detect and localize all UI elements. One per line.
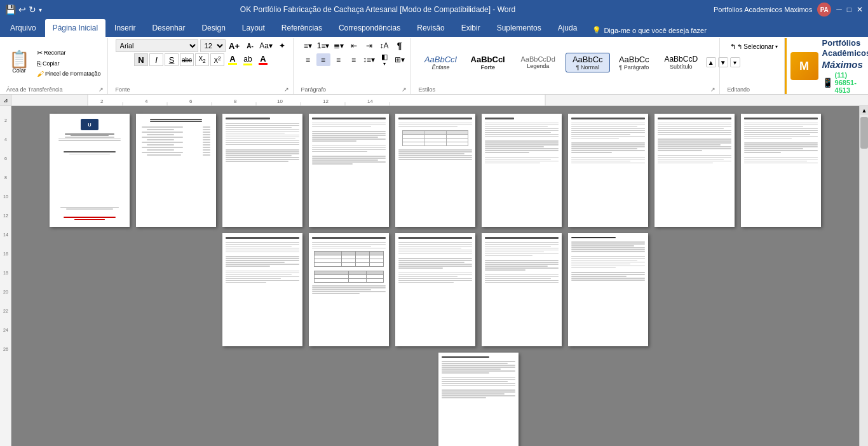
increase-font-btn[interactable]: A+ xyxy=(227,39,241,52)
format-painter-button[interactable]: 🖌 Pincel de Formatação xyxy=(34,69,104,78)
ruler-corner[interactable]: ⊿ xyxy=(0,95,11,105)
align-center-btn[interactable]: ≡ xyxy=(316,53,330,66)
page-14-partial[interactable] xyxy=(568,233,648,346)
tab-layout[interactable]: Layout xyxy=(234,19,273,37)
restore-btn[interactable]: □ xyxy=(847,5,851,14)
subscript-button[interactable]: X2 xyxy=(195,53,209,66)
brand-phone: (11) 96851-4513 xyxy=(835,71,868,94)
select-icon: ↰ xyxy=(730,43,736,51)
align-left-btn[interactable]: ≡ xyxy=(301,53,315,66)
user-avatar[interactable]: PA xyxy=(817,3,831,17)
svg-text:2: 2 xyxy=(4,118,7,123)
sort-btn[interactable]: ↕A xyxy=(377,39,391,52)
scroll-thumb[interactable] xyxy=(860,117,868,149)
cut-button[interactable]: ✂ Recortar xyxy=(34,48,104,58)
tab-arquivo[interactable]: Arquivo xyxy=(3,19,44,37)
underline-button[interactable]: S xyxy=(165,53,179,66)
decrease-font-btn[interactable]: A- xyxy=(243,39,257,52)
close-btn[interactable]: ✕ xyxy=(857,5,863,14)
clipboard-expand-icon[interactable]: ↗ xyxy=(98,86,104,93)
bullets-btn[interactable]: ≡▾ xyxy=(301,39,315,52)
style-forte[interactable]: AaBbCcI Forte xyxy=(465,53,511,72)
show-hide-btn[interactable]: ¶ xyxy=(393,39,407,52)
svg-text:2: 2 xyxy=(100,98,104,104)
svg-text:4: 4 xyxy=(4,137,7,142)
tab-design[interactable]: Design xyxy=(194,19,233,37)
justify-btn[interactable]: ≡ xyxy=(347,53,361,66)
tab-referencias[interactable]: Referências xyxy=(274,19,330,37)
page-11[interactable] xyxy=(309,233,389,346)
page-8[interactable] xyxy=(654,114,735,227)
title-left: 💾 ↩ ↻ ▾ xyxy=(5,4,42,15)
select-button[interactable]: ↰ ↰ Selecionar ▾ xyxy=(728,42,780,51)
tab-correspondencias[interactable]: Correspondências xyxy=(331,19,408,37)
font-expand-icon[interactable]: ↗ xyxy=(284,86,289,93)
page-5[interactable] xyxy=(395,114,475,227)
increase-indent-btn[interactable]: ⇥ xyxy=(362,39,376,52)
tab-inserir[interactable]: Inserir xyxy=(107,19,143,37)
svg-text:8: 8 xyxy=(4,175,7,180)
scroll-track[interactable] xyxy=(860,115,868,446)
tab-desenhar[interactable]: Desenhar xyxy=(144,19,193,37)
svg-text:6: 6 xyxy=(4,156,7,161)
styles-expand-icon[interactable]: ↗ xyxy=(710,86,715,93)
strikethrough-button[interactable]: abc xyxy=(180,53,194,66)
style-normal[interactable]: AaBbCc ¶ Normal xyxy=(566,53,610,72)
style-enfase[interactable]: AaBbCcI Ênfase xyxy=(419,53,463,72)
decrease-indent-btn[interactable]: ⇤ xyxy=(347,39,361,52)
font-color2-btn[interactable]: A xyxy=(256,53,270,66)
svg-text:10: 10 xyxy=(3,194,8,199)
borders-btn[interactable]: ⊞▾ xyxy=(393,53,407,66)
left-ruler: 2 4 6 8 10 12 14 16 18 20 22 24 26 xyxy=(0,106,11,446)
page-12[interactable] xyxy=(395,233,475,346)
tab-exibir[interactable]: Exibir xyxy=(454,19,488,37)
svg-text:14: 14 xyxy=(3,233,8,237)
save-icon[interactable]: 💾 xyxy=(5,4,16,15)
font-size-select[interactable]: 12 xyxy=(200,39,226,52)
highlight-btn[interactable]: ab xyxy=(241,53,255,66)
page-7[interactable] xyxy=(568,114,648,227)
line-spacing-btn[interactable]: ↕≡▾ xyxy=(362,53,376,66)
page-2[interactable] xyxy=(136,114,216,227)
redo-icon[interactable]: ↻ xyxy=(29,4,36,15)
undo-icon[interactable]: ↩ xyxy=(18,4,26,15)
tab-revisao[interactable]: Revisão xyxy=(409,19,452,37)
page-4[interactable] xyxy=(309,114,389,227)
minimize-btn[interactable]: ─ xyxy=(836,5,842,14)
font-color-btn[interactable]: A xyxy=(226,53,240,66)
shading-btn[interactable]: ◧ ▾ xyxy=(377,53,391,66)
page-1[interactable]: U xyxy=(50,114,130,227)
whatsapp-icon: 📱 xyxy=(822,78,833,88)
clear-format-btn[interactable]: ✦ xyxy=(275,39,289,52)
page-last[interactable] xyxy=(438,353,519,446)
bold-button[interactable]: N xyxy=(134,53,148,66)
style-paragrafo[interactable]: AaBbCc ¶ Parágrafo xyxy=(612,53,656,72)
multilevel-btn[interactable]: ≣▾ xyxy=(332,39,346,52)
change-case-btn[interactable]: Aa▾ xyxy=(259,39,273,52)
superscript-button[interactable]: X2 xyxy=(210,53,224,66)
tell-me-box[interactable]: 💡 Diga-me o que você deseja fazer xyxy=(586,24,712,37)
tab-pagina-inicial[interactable]: Página Inicial xyxy=(45,19,105,37)
page-13[interactable] xyxy=(482,233,562,346)
page-10[interactable] xyxy=(222,233,302,346)
style-legenda[interactable]: AaBbCcDd Legenda xyxy=(513,53,564,71)
paste-button[interactable]: 📋 Colar xyxy=(6,50,32,74)
numbering-btn[interactable]: 1≡▾ xyxy=(316,39,330,52)
scroll-up-btn[interactable]: ▲ xyxy=(860,106,868,115)
document-area[interactable]: U xyxy=(11,106,859,446)
vertical-scrollbar[interactable]: ▲ ▼ xyxy=(859,106,868,446)
align-right-btn[interactable]: ≡ xyxy=(332,53,346,66)
copy-button[interactable]: ⎘ Copiar xyxy=(34,59,104,68)
style-subtitulo[interactable]: AaBbCcD Subtítulo xyxy=(658,53,704,72)
svg-text:26: 26 xyxy=(3,347,8,351)
italic-button[interactable]: I xyxy=(149,53,163,66)
ruler-area: ⊿ 2 4 6 8 10 12 14 xyxy=(0,95,868,106)
page-9[interactable] xyxy=(741,114,821,227)
tab-ajuda[interactable]: Ajuda xyxy=(550,19,585,37)
page-3[interactable] xyxy=(222,114,302,227)
page-6[interactable] xyxy=(482,114,562,227)
tab-suplementos[interactable]: Suplementos xyxy=(489,19,549,37)
font-family-select[interactable]: Arial xyxy=(116,39,198,52)
paragraph-expand-icon[interactable]: ↗ xyxy=(402,86,407,93)
styles-scroll-up[interactable]: ▲ xyxy=(706,57,716,67)
